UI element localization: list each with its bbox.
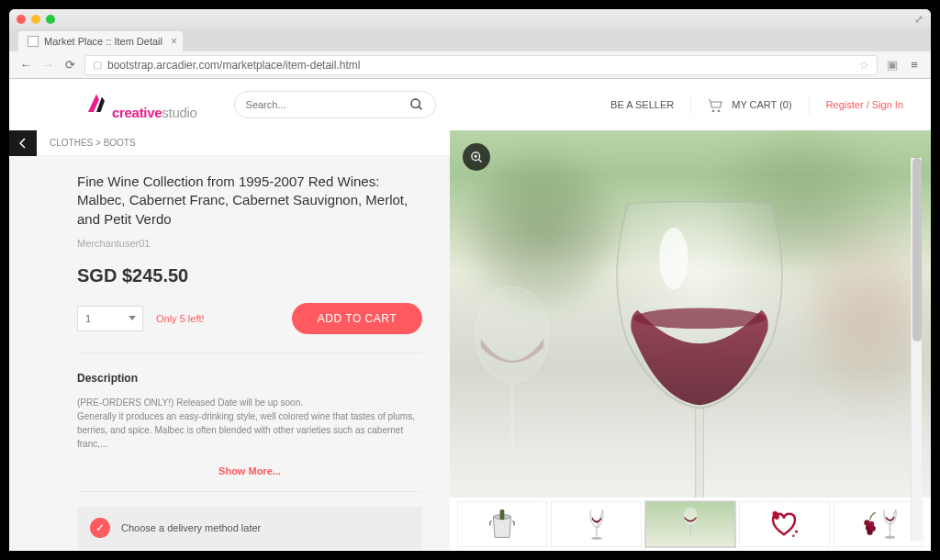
site-header: creativestudio BE A SELLER MY CART (0) R… [9, 79, 931, 130]
stock-warning: Only 5 left! [156, 313, 205, 324]
logo-text-1: creative [112, 105, 162, 120]
reload-icon[interactable]: ⟳ [62, 58, 77, 72]
cart-link[interactable]: MY CART (0) [708, 97, 791, 112]
product-price: SGD $245.50 [77, 265, 422, 286]
gallery-panel [450, 130, 931, 551]
vertical-scrollbar[interactable] [911, 158, 922, 542]
menu-icon[interactable]: ≡ [907, 58, 922, 72]
forward-icon[interactable]: → [40, 58, 55, 72]
scrollbar-thumb[interactable] [912, 158, 922, 342]
product-title: Fine Wine Collection from 1995-2007 Red … [77, 173, 422, 229]
extension-icon[interactable]: ▣ [885, 58, 900, 72]
globe-icon: ▢ [93, 59, 102, 71]
back-icon[interactable]: ← [18, 58, 33, 72]
wine-glass-bg [466, 286, 558, 461]
hero-image[interactable] [450, 130, 931, 498]
svg-rect-5 [696, 409, 704, 498]
breadcrumb[interactable]: CLOTHES > BOOTS [9, 130, 450, 156]
register-signin-link[interactable]: Register / Sign In [826, 99, 903, 110]
merchant-name[interactable]: Merchantuser01 [77, 238, 422, 249]
zoom-in-icon [470, 151, 484, 164]
delivery-option-bar[interactable]: ✓ Choose a delivery method later [77, 507, 422, 549]
minimize-window-button[interactable] [31, 15, 40, 24]
thumbnail-4[interactable] [739, 501, 829, 547]
cart-label: MY CART (0) [732, 99, 791, 110]
quantity-select[interactable]: 1 [77, 306, 143, 331]
thumbnail-strip [450, 498, 931, 551]
url-field[interactable]: ▢ bootstrap.arcadier.com/marketplace/ite… [84, 55, 878, 75]
cart-icon [708, 97, 724, 112]
description-text: (PRE-ORDERS ONLY!) Released Date will be… [77, 396, 422, 451]
svg-point-19 [885, 536, 895, 539]
be-seller-link[interactable]: BE A SELLER [610, 99, 674, 110]
show-more-link[interactable]: Show More... [77, 465, 422, 492]
address-bar: ← → ⟳ ▢ bootstrap.arcadier.com/marketpla… [9, 51, 931, 79]
search-input[interactable] [246, 99, 409, 110]
search-icon[interactable] [409, 97, 424, 112]
maximize-window-button[interactable] [46, 15, 55, 24]
fullscreen-icon[interactable]: ⤢ [914, 13, 923, 26]
check-circle-icon: ✓ [90, 518, 110, 538]
logo-icon [83, 90, 110, 118]
back-button[interactable] [9, 130, 37, 156]
window-titlebar [9, 9, 931, 29]
logo[interactable]: creativestudio [83, 90, 197, 120]
thumbnail-3[interactable] [645, 501, 735, 547]
svg-point-2 [476, 286, 549, 383]
delivery-option-label: Choose a delivery method later [121, 522, 261, 533]
product-details-panel: CLOTHES > BOOTS Fine Wine Collection fro… [9, 130, 450, 551]
page-icon [28, 36, 39, 47]
svg-rect-12 [500, 510, 505, 520]
thumbnail-1[interactable] [457, 501, 547, 547]
logo-text-2: studio [162, 105, 196, 120]
svg-line-1 [419, 106, 421, 109]
bookmark-star-icon[interactable]: ☆ [859, 59, 869, 72]
browser-tab[interactable]: Market Place :: Item Detail × [18, 31, 183, 51]
url-text: bootstrap.arcadier.com/marketplace/item-… [107, 59, 360, 72]
svg-point-17 [795, 530, 798, 532]
zoom-button[interactable] [463, 143, 490, 171]
browser-window: Market Place :: Item Detail × ← → ⟳ ▢ bo… [9, 9, 931, 79]
chevron-left-icon [19, 138, 27, 149]
svg-line-8 [478, 159, 481, 162]
svg-point-18 [793, 535, 795, 537]
svg-point-13 [591, 537, 602, 540]
svg-point-0 [411, 99, 420, 107]
thumbnail-2[interactable] [551, 501, 641, 547]
search-box[interactable] [234, 91, 436, 118]
close-tab-icon[interactable]: × [171, 35, 177, 48]
close-window-button[interactable] [17, 15, 26, 24]
tab-bar: Market Place :: Item Detail × [9, 29, 931, 51]
page-content: creativestudio BE A SELLER MY CART (0) R… [9, 79, 931, 551]
add-to-cart-button[interactable]: ADD TO CART [292, 303, 422, 334]
tab-title: Market Place :: Item Detail [44, 36, 162, 47]
svg-point-4 [633, 308, 766, 330]
description-heading: Description [77, 372, 422, 385]
wine-glass-main [589, 196, 810, 498]
svg-point-6 [660, 228, 689, 290]
svg-point-14 [683, 507, 698, 525]
svg-point-24 [867, 530, 872, 535]
